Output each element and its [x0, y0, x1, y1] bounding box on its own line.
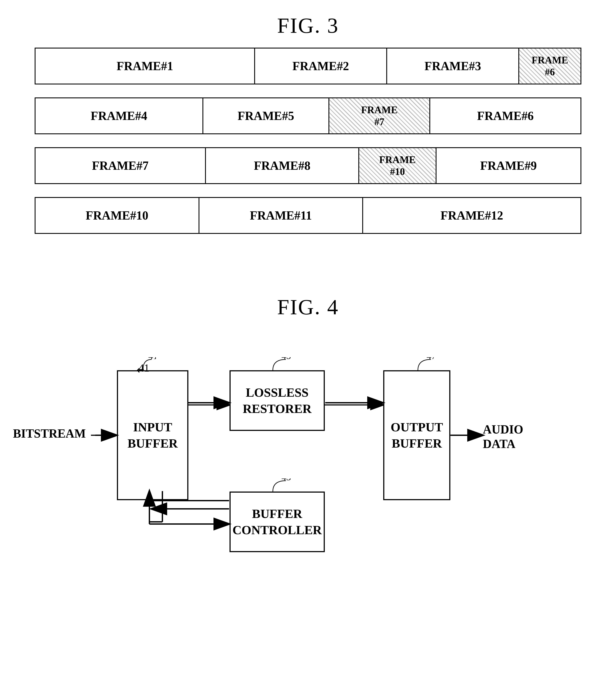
ref41-arrow: 41: [130, 357, 156, 373]
frame-cell-1: FRAME#1: [35, 49, 255, 83]
frame-rows: FRAME#1 FRAME#2 FRAME#3 FRAME#6 FRAME#4 …: [35, 48, 581, 247]
frame-cell-8: FRAME#8: [206, 148, 359, 183]
frame-row-3: FRAME#7 FRAME#8 FRAME#10 FRAME#9: [35, 147, 581, 184]
svg-text:47: 47: [427, 357, 436, 361]
frame-cell-6b: FRAME#6: [430, 98, 581, 133]
audio-data-label: AUDIODATA: [483, 422, 523, 451]
block-diagram: BITSTREAM INPUTBUFFER 41 ↵ 41 LOSSLESSRE…: [0, 336, 616, 660]
frame-row-2: FRAME#4 FRAME#5 FRAME#7 FRAME#6: [35, 97, 581, 134]
frame-cell-9: FRAME#9: [437, 148, 581, 183]
ref43-arrow: 43: [260, 479, 294, 494]
frame-cell-4: FRAME#4: [35, 98, 203, 133]
frame-cell-7: FRAME#7: [35, 148, 206, 183]
frame-cell-5: FRAME#5: [203, 98, 329, 133]
frame-row-4: FRAME#10 FRAME#11 FRAME#12: [35, 197, 581, 234]
frame-cell-10: FRAME#10: [35, 198, 199, 233]
svg-text:41: 41: [148, 357, 156, 361]
fig3-title: FIG. 3: [0, 13, 616, 38]
input-buffer-block: INPUTBUFFER: [117, 370, 188, 500]
fig4-title: FIG. 4: [0, 295, 616, 320]
buffer-controller-block: BUFFERCONTROLLER: [230, 491, 325, 552]
frame-cell-3: FRAME#3: [387, 49, 519, 83]
frame-cell-11: FRAME#11: [199, 198, 363, 233]
lossless-restorer-block: LOSSLESSRESTORER: [230, 370, 325, 431]
output-buffer-block: OUTPUTBUFFER: [383, 370, 451, 500]
frame-cell-7a: FRAME#7: [329, 98, 430, 133]
frame-cell-10a: FRAME#10: [359, 148, 436, 183]
frame-cell-12: FRAME#12: [363, 198, 581, 233]
bitstream-label: BITSTREAM: [13, 427, 86, 440]
svg-text:43: 43: [281, 479, 291, 482]
frame-cell-2: FRAME#2: [255, 49, 387, 83]
frame-row-1: FRAME#1 FRAME#2 FRAME#3 FRAME#6: [35, 48, 581, 84]
frame-cell-6a: FRAME#6: [519, 49, 581, 83]
ref45-arrow: 45: [260, 357, 294, 373]
svg-text:45: 45: [281, 357, 291, 361]
ref47-arrow: 47: [405, 357, 439, 373]
